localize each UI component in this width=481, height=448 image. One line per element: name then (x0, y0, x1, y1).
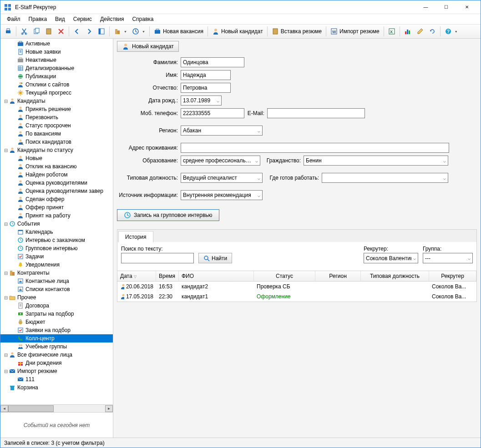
tree-node[interactable]: Оценка руководителями завер (0, 187, 113, 195)
email-input[interactable] (267, 108, 365, 118)
tree-node[interactable]: По вакансиям (0, 130, 113, 138)
history-row[interactable]: 17.05.201822:30кандидат1ОформлениеСоколо… (117, 292, 476, 302)
menu-file[interactable]: Файл (3, 15, 24, 23)
col-region[interactable]: Регион (315, 271, 361, 281)
tree-node[interactable]: Отклики с сайтов (0, 81, 113, 89)
tree-node[interactable]: Групповое интервью (0, 244, 113, 252)
dob-select[interactable]: 13.07.1989 (181, 96, 222, 106)
refresh-button[interactable] (426, 26, 438, 37)
name-input[interactable] (181, 70, 231, 80)
menu-actions[interactable]: Действия (96, 15, 128, 23)
tree-node[interactable]: Принять решение (0, 105, 113, 113)
tree-node[interactable]: Неактивные (0, 56, 113, 64)
history-tab[interactable]: История (118, 231, 153, 242)
tree-node[interactable]: Новые (0, 154, 113, 162)
tree-node[interactable]: Статус просрочен (0, 121, 113, 130)
col-time[interactable]: Время (156, 271, 179, 281)
tree-node[interactable]: Дни рождения (0, 359, 113, 367)
maximize-button[interactable]: ☐ (436, 1, 456, 14)
tree-node[interactable]: Списки контактов (0, 285, 113, 293)
surname-input[interactable] (181, 57, 244, 67)
menu-view[interactable]: Вид (51, 15, 69, 23)
help-button[interactable]: ?▼ (442, 26, 460, 37)
tree-node[interactable]: Бюджет (0, 318, 113, 326)
tree-node[interactable]: Затраты на подбор (0, 310, 113, 318)
tree-node[interactable]: Колл-центр (0, 334, 113, 342)
tree-node[interactable]: ⊟Прочее (0, 293, 113, 302)
group-interview-button[interactable]: Запись на групповое интервью (117, 209, 219, 221)
recent-button[interactable]: ▼ (130, 26, 147, 37)
menu-service[interactable]: Сервис (70, 15, 96, 23)
companies-button[interactable]: ▼ (111, 26, 129, 37)
tree-node[interactable]: Активные (0, 40, 113, 48)
tree-node[interactable]: Договора (0, 302, 113, 310)
menu-edit[interactable]: Правка (25, 15, 51, 23)
tree-node[interactable]: ⊟Все физические лица (0, 351, 113, 359)
patronymic-input[interactable] (181, 83, 231, 93)
tree-node[interactable]: Контактные лица (0, 277, 113, 285)
tree-node[interactable]: Интервью с заказчиком (0, 236, 113, 244)
tree-node[interactable]: Сделан оффер (0, 195, 113, 203)
excel-button[interactable]: X (386, 26, 398, 37)
tree-node[interactable]: ⊟Кандидаты (0, 97, 113, 105)
minimize-button[interactable]: — (415, 1, 436, 14)
region-select[interactable]: Абакан (181, 126, 263, 136)
new-candidate-form-button[interactable]: Новый кандидат (117, 41, 179, 52)
address-input[interactable] (181, 143, 449, 153)
paste-button[interactable] (43, 26, 55, 37)
position-select[interactable]: Ведущий специалист (181, 173, 263, 183)
tree-node[interactable]: Поиск кандидатов (0, 138, 113, 146)
tree-node[interactable]: Заявки на подбор (0, 326, 113, 334)
back-button[interactable] (71, 26, 83, 37)
navigation-tree[interactable]: АктивныеНовые заявкиНеактивныеДетализиро… (0, 39, 113, 404)
group-filter[interactable]: --- (423, 253, 473, 263)
tree-node[interactable]: ⊟Контрагенты (0, 269, 113, 277)
delete-button[interactable] (55, 26, 67, 37)
forward-button[interactable] (83, 26, 95, 37)
col-status[interactable]: Статус (254, 271, 315, 281)
menu-help[interactable]: Справка (128, 15, 157, 23)
copy-button[interactable] (30, 26, 42, 37)
tree-node[interactable]: Текущий прогресс (0, 89, 113, 97)
search-input[interactable] (121, 253, 194, 263)
tree-node[interactable]: ⊟Кандидаты по статусу (0, 146, 113, 154)
tree-node[interactable]: Публикации (0, 72, 113, 81)
tree-node[interactable]: Принят на работу (0, 211, 113, 220)
recruiter-filter[interactable]: Соколов Валентин (364, 253, 418, 263)
tree-node[interactable]: Новые заявки (0, 48, 113, 56)
close-button[interactable]: ✕ (456, 1, 477, 14)
tree-node[interactable]: Учебные группы (0, 342, 113, 351)
tree-panel-button[interactable] (96, 26, 107, 37)
chart-button[interactable] (402, 26, 414, 37)
tree-node[interactable]: Перезвонить (0, 113, 113, 121)
mobile-input[interactable] (181, 108, 244, 118)
tree-node[interactable]: Уведомления (0, 261, 113, 269)
col-date[interactable]: Дата ▽ (117, 271, 156, 281)
tree-node[interactable]: Отклик на вакансию (0, 162, 113, 171)
col-fio[interactable]: ФИО (179, 271, 254, 281)
tree-node[interactable]: Задачи (0, 252, 113, 261)
tree-node[interactable]: 111 (0, 375, 113, 383)
edit-button[interactable] (414, 26, 426, 37)
work-location-select[interactable] (322, 173, 448, 183)
col-position[interactable]: Типовая должность (361, 271, 429, 281)
citizenship-select[interactable]: Бенин (304, 156, 448, 166)
print-button[interactable] (2, 26, 14, 37)
tree-node[interactable]: Оценка руководителями (0, 179, 113, 187)
tree-hscrollbar[interactable]: ◄► (0, 404, 113, 412)
tree-node[interactable]: ⊟События (0, 220, 113, 228)
tree-node[interactable]: Корзина (0, 383, 113, 392)
new-vacancy-button[interactable]: Новая вакансия (152, 26, 206, 37)
cut-button[interactable] (18, 26, 30, 37)
find-button[interactable]: Найти (198, 253, 232, 263)
tree-node[interactable]: Детализированные (0, 64, 113, 72)
tree-node[interactable]: ⊟Импорт резюме (0, 367, 113, 375)
history-row[interactable]: 20.06.201816:53кандидат2Проверка СБСокол… (117, 282, 476, 292)
import-resume-button[interactable]: WИмпорт резюме (328, 26, 382, 37)
tree-node[interactable]: Найден роботом (0, 171, 113, 179)
education-select[interactable]: среднее профессиональное (181, 156, 260, 166)
tree-node[interactable]: Оффер принят (0, 203, 113, 211)
source-select[interactable]: Внутренняя рекомендация (181, 190, 263, 200)
new-candidate-button[interactable]: Новый кандидат (210, 26, 265, 37)
paste-resume-button[interactable]: Вставка резюме (269, 26, 324, 37)
